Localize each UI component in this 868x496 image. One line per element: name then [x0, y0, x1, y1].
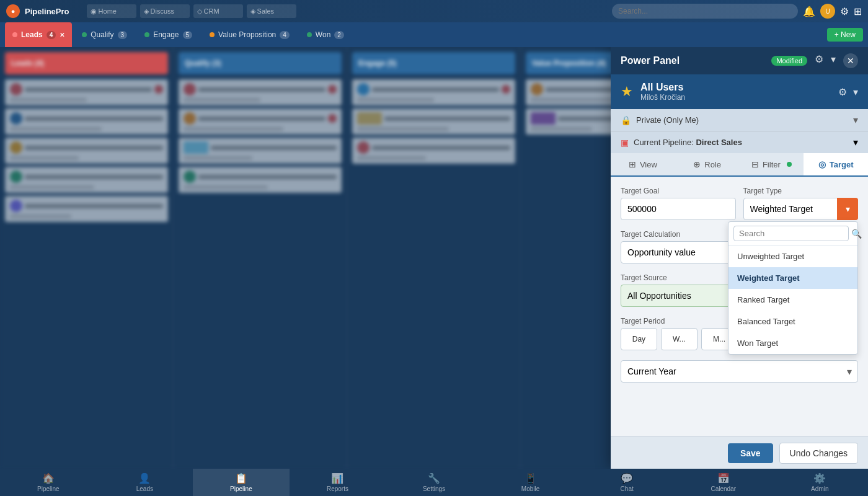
current-year-select[interactable]: Current Year [621, 360, 858, 383]
kanban-col-engage: Engage (5) [347, 47, 521, 469]
target-type-label: Target Type [743, 187, 859, 195]
kanban-card [5, 138, 168, 164]
global-search-input[interactable] [612, 4, 798, 19]
settings-icon[interactable]: ⚙ [840, 6, 849, 17]
bottom-nav-crm-label: Pipeline [230, 485, 252, 492]
target-type-input[interactable] [743, 198, 859, 220]
bottom-nav-admin-label: Admin [811, 485, 828, 492]
gear-icon[interactable]: ⚙ [815, 53, 823, 68]
nav-tab-value-prop[interactable]: Value Proposition 4 [202, 22, 297, 47]
app-logo: PipelinePro [25, 7, 69, 16]
kanban-card [5, 167, 168, 193]
privacy-chevron-icon: ▾ [853, 114, 858, 126]
bottom-nav-pipeline[interactable]: 🏠 Pipeline [0, 469, 97, 496]
dropdown-search-input[interactable] [733, 226, 849, 241]
target-icon: ◎ [818, 159, 826, 169]
nav-tab-qualify[interactable]: Qualify 3 [74, 22, 135, 47]
vp-dot [210, 32, 215, 37]
top-bar-actions: 🔔 U ⚙ ⊞ [803, 4, 862, 19]
user-name: All Users [640, 82, 831, 93]
dropdown-item-weighted[interactable]: Weighted Target [728, 267, 857, 289]
bottom-nav-calendar[interactable]: 📅 Calendar [675, 469, 772, 496]
panel-content: Target Goal Target Type ▾ 🔍 Unweigh [611, 177, 868, 436]
panel-close-button[interactable]: ✕ [843, 53, 858, 68]
panel-footer: Save Undo Changes [611, 436, 868, 469]
save-button[interactable]: Save [728, 443, 773, 463]
bottom-nav-reports-label: Reports [327, 485, 348, 492]
qualify-count: 3 [118, 31, 128, 39]
pipeline-prefix: Current Pipeline: [634, 138, 694, 147]
period-btn-week[interactable]: W... [661, 328, 698, 350]
pipeline-name: Direct Sales [696, 138, 742, 147]
dropdown-item-won[interactable]: Won Target [728, 332, 857, 354]
user-section: ★ All Users Miloš Kročian ⚙ ▾ [611, 74, 868, 109]
privacy-bar[interactable]: 🔒 Private (Only Me) ▾ [611, 109, 868, 131]
bottom-nav-chat-label: Chat [621, 485, 634, 492]
main-area: Leads (4) Qualify (3) Engage (5) Value P… [0, 47, 868, 469]
panel-tabs: ⊞ View ⊕ Role ⊟ Filter ◎ Target [611, 153, 868, 177]
nav-tab-won[interactable]: Won 2 [299, 22, 352, 47]
target-type-group: Target Type ▾ [743, 187, 859, 220]
dropdown-item-ranked[interactable]: Ranked Target [728, 289, 857, 311]
nav-item-2[interactable]: ◈ Discuss [140, 4, 190, 18]
tab-role[interactable]: ⊕ Role [675, 153, 740, 177]
kanban-col-engage-header: Engage (5) [352, 52, 515, 74]
bottom-nav-crm[interactable]: 📋 Pipeline [193, 469, 290, 496]
target-goal-row: Target Goal Target Type ▾ [621, 187, 858, 220]
tab-target[interactable]: ◎ Target [804, 153, 868, 177]
undo-changes-button[interactable]: Undo Changes [779, 443, 858, 464]
kanban-card [5, 196, 168, 222]
nav-item-4[interactable]: ◈ Sales [247, 4, 296, 18]
pipeline-nav-icon: 🏠 [42, 472, 55, 484]
nav-tab-leads-label: Leads [21, 30, 43, 39]
crm-nav-icon: 📋 [235, 472, 247, 484]
mobile-nav-icon: 📱 [525, 472, 537, 484]
modified-badge: Modified [771, 56, 807, 66]
vp-label: Value Proposition [218, 30, 276, 39]
bottom-nav-chat[interactable]: 💬 Chat [578, 469, 675, 496]
bottom-nav-calendar-label: Calendar [711, 485, 736, 492]
user-settings-icon[interactable]: ⚙ [838, 86, 847, 98]
kanban-col-leads: Leads (4) [0, 47, 174, 469]
nav-item-3[interactable]: ◇ CRM [193, 4, 243, 18]
dropdown-item-balanced[interactable]: Balanced Target [728, 311, 857, 332]
tab-filter[interactable]: ⊟ Filter [740, 153, 804, 177]
search-icon: 🔍 [851, 229, 862, 239]
qualify-label: Qualify [91, 30, 113, 39]
engage-dot [144, 32, 149, 37]
panel-header-icons: ⚙ ▾ ✕ [815, 53, 858, 68]
pipeline-bar[interactable]: ▣ Current Pipeline: Direct Sales ▾ [611, 131, 868, 153]
leads-nav-icon: 👤 [138, 472, 151, 484]
filter-active-dot [787, 162, 792, 167]
settings-nav-icon: 🔧 [428, 472, 440, 484]
nav-tab-leads[interactable]: Leads 4 ✕ [5, 22, 72, 47]
nav-tab-leads-close[interactable]: ✕ [60, 32, 64, 38]
user-chevron-icon[interactable]: ▾ [853, 86, 858, 98]
bottom-nav-pipeline-label: Pipeline [37, 485, 60, 492]
won-count: 2 [334, 31, 344, 39]
qualify-dot [82, 32, 87, 37]
dropdown-item-unweighted[interactable]: Unweighted Target [728, 246, 857, 267]
bottom-nav-mobile[interactable]: 📱 Mobile [482, 469, 579, 496]
target-goal-input[interactable] [621, 198, 736, 220]
kanban-card [179, 138, 342, 164]
nav-tab-engage[interactable]: Engage 5 [137, 22, 200, 47]
user-star-icon[interactable]: ★ [621, 84, 633, 100]
chevron-down-icon[interactable]: ▾ [831, 53, 836, 68]
admin-nav-icon: ⚙️ [813, 472, 826, 484]
bottom-nav-reports[interactable]: 📊 Reports [290, 469, 386, 496]
pipeline-icon: ▣ [621, 138, 629, 148]
target-type-dropdown: 🔍 Unweighted Target Weighted Target Rank… [728, 221, 858, 355]
tab-target-label: Target [830, 160, 854, 169]
period-btn-day[interactable]: Day [621, 328, 657, 350]
bottom-nav-leads[interactable]: 👤 Leads [97, 469, 193, 496]
user-avatar[interactable]: U [820, 4, 835, 19]
nav-item-1[interactable]: ◉ Home [87, 4, 136, 18]
bottom-nav-settings[interactable]: 🔧 Settings [386, 469, 482, 496]
apps-icon[interactable]: ⊞ [854, 6, 862, 17]
bottom-nav-admin[interactable]: ⚙️ Admin [772, 469, 869, 496]
tab-view[interactable]: ⊞ View [611, 153, 675, 177]
reports-nav-icon: 📊 [331, 472, 343, 484]
notifications-icon[interactable]: 🔔 [803, 6, 815, 17]
new-button[interactable]: + New [827, 28, 863, 42]
